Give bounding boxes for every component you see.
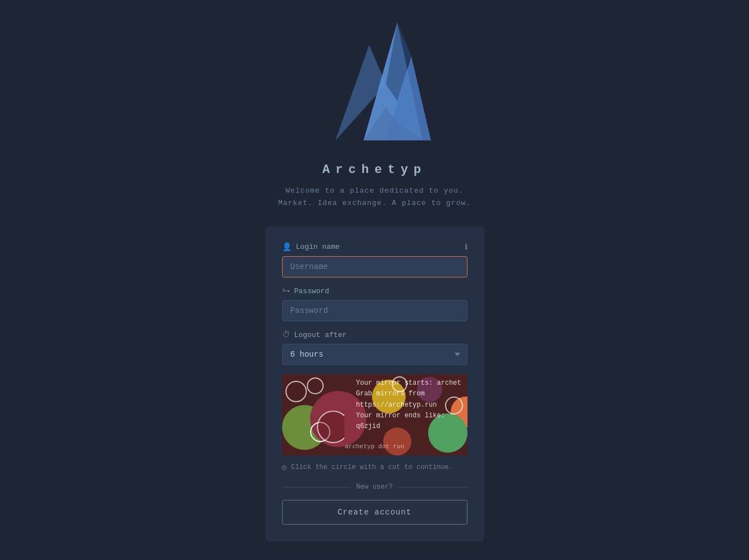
person-icon: 👤: [282, 242, 292, 252]
captcha-hint-row: ◎ Click the circle with a cut to continu…: [282, 462, 467, 472]
password-label-text: Password: [294, 287, 329, 295]
captcha-circle-3[interactable]: [392, 376, 407, 392]
captcha-line1: Your mirror starts: archet: [356, 379, 461, 387]
divider-left: [282, 487, 351, 488]
login-name-label-text: Login name: [296, 243, 340, 251]
login-card: 👤 Login name ℹ 🗝 Password ⏱ Logout after…: [265, 226, 484, 541]
password-label-row: 🗝 Password: [282, 286, 467, 295]
logout-after-select[interactable]: 1 hour 2 hours 6 hours 12 hours 24 hours: [282, 344, 467, 365]
captcha-circle-1[interactable]: [285, 381, 307, 402]
captcha-circle-2[interactable]: [307, 377, 324, 394]
divider-right: [398, 487, 467, 488]
divider-text: New user?: [356, 483, 393, 491]
clock-icon: ⏱: [282, 330, 290, 339]
captcha-hint-text: Click the circle with a cut to continue.: [291, 463, 453, 471]
circle-darkred: [383, 427, 411, 456]
logo-section: Archetyp Welcome to a place dedicated to…: [278, 11, 471, 210]
subtitle-line1: Welcome to a place dedicated to you.: [285, 186, 464, 195]
captcha-container[interactable]: Your mirror starts: archet Grab mirrors …: [282, 374, 467, 456]
password-input[interactable]: [282, 300, 467, 321]
login-name-label-left: 👤 Login name: [282, 242, 340, 252]
circle-teal: [428, 413, 467, 453]
logout-label-row: ⏱ Logout after: [282, 330, 467, 339]
login-name-label-row: 👤 Login name ℹ: [282, 242, 467, 252]
create-account-button[interactable]: Create account: [282, 500, 467, 525]
hint-icon: ◎: [282, 462, 287, 472]
captcha-circle-4[interactable]: [445, 397, 463, 415]
captcha-footer-text: archetyp dot run: [345, 443, 405, 450]
circle-purple: [417, 377, 442, 402]
subtitle: Welcome to a place dedicated to you. Mar…: [278, 185, 471, 210]
app-title: Archetyp: [323, 163, 427, 177]
password-label-left: 🗝 Password: [282, 286, 329, 295]
app-logo: [319, 11, 431, 157]
subtitle-line2: Market. Idea exchange. A place to grow.: [278, 199, 471, 207]
captcha-canvas: Your mirror starts: archet Grab mirrors …: [282, 374, 467, 456]
username-input[interactable]: [282, 256, 467, 277]
logout-label-left: ⏱ Logout after: [282, 330, 347, 339]
info-icon[interactable]: ℹ: [465, 242, 467, 252]
divider-row: New user?: [282, 483, 467, 491]
logout-after-label-text: Logout after: [294, 331, 347, 339]
key-icon: 🗝: [282, 286, 290, 295]
